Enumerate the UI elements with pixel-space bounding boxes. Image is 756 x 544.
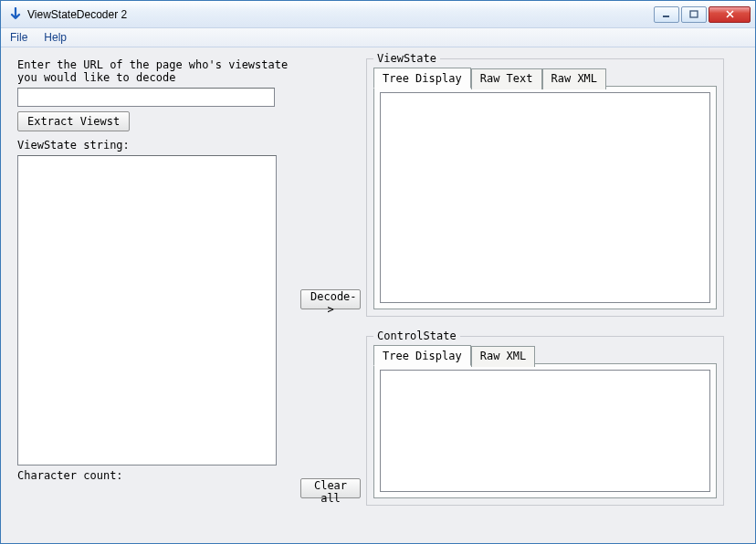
controlstate-tabs: Tree Display Raw XML [373, 345, 717, 498]
app-icon [8, 7, 23, 22]
viewstate-tabs: Tree Display Raw Text Raw XML [373, 68, 717, 309]
controlstate-tree-area[interactable] [380, 370, 710, 492]
tab-raw-xml-cs[interactable]: Raw XML [471, 346, 536, 367]
tab-tree-display[interactable]: Tree Display [373, 68, 471, 89]
title-bar: ViewStateDecoder 2 [1, 1, 755, 28]
menu-file[interactable]: File [6, 29, 31, 46]
window-controls [654, 6, 751, 23]
url-input[interactable] [17, 88, 275, 107]
client-area: Enter the URL of the page who's viewstat… [1, 47, 755, 543]
maximize-button[interactable] [681, 6, 707, 23]
window-title: ViewStateDecoder 2 [27, 8, 127, 21]
viewstate-tree-area[interactable] [380, 92, 710, 303]
svg-rect-1 [690, 11, 698, 17]
menu-help[interactable]: Help [40, 29, 70, 46]
tab-raw-text[interactable]: Raw Text [471, 68, 542, 89]
viewstate-group: ViewState Tree Display Raw Text Raw XML [366, 58, 724, 317]
viewstate-tab-body [373, 86, 717, 309]
viewstate-string-textarea[interactable] [17, 155, 277, 466]
minimize-button[interactable] [654, 6, 679, 23]
decode-button[interactable]: Decode-> [300, 289, 361, 309]
tab-raw-xml[interactable]: Raw XML [542, 68, 607, 89]
controlstate-group: ControlState Tree Display Raw XML [366, 336, 724, 506]
menu-bar: File Help [1, 28, 755, 47]
close-button[interactable] [709, 6, 751, 23]
controlstate-tab-body [373, 363, 717, 498]
tab-tree-display-cs[interactable]: Tree Display [373, 345, 471, 366]
app-window: ViewStateDecoder 2 File Help Enter the U… [0, 0, 756, 544]
extract-viewstate-button[interactable]: Extract Viewst [17, 111, 130, 131]
clear-all-button[interactable]: Clear all [300, 478, 361, 498]
controlstate-group-title: ControlState [373, 330, 460, 342]
viewstate-group-title: ViewState [373, 52, 440, 65]
